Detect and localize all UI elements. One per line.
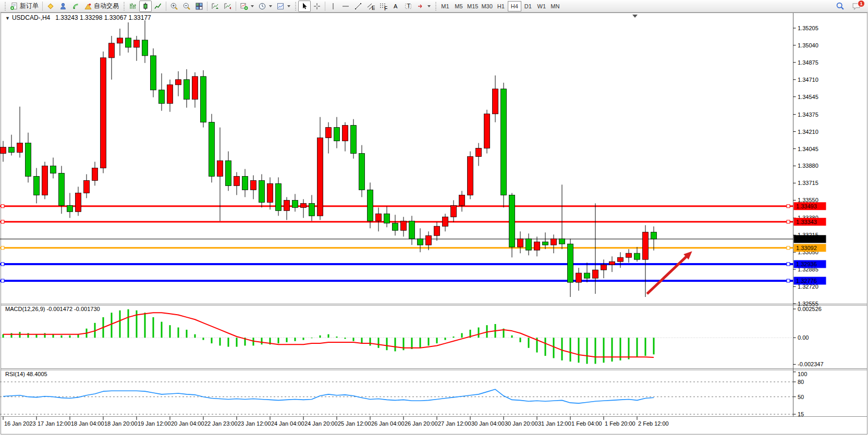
channel-button[interactable]: E (364, 1, 377, 12)
crosshair-button[interactable] (311, 1, 323, 12)
new-order-icon (10, 2, 18, 10)
svg-text:A: A (394, 3, 398, 9)
svg-text:1.33493: 1.33493 (796, 203, 817, 209)
candlestick-icon (141, 2, 150, 10)
line-chart-button[interactable] (152, 1, 164, 12)
bar-chart-button[interactable] (127, 1, 139, 12)
timeframe-button-h1[interactable]: H1 (494, 1, 508, 11)
chevron-down-icon (251, 5, 254, 7)
auto-trading-icon (84, 2, 92, 10)
timeframe-button-h4[interactable]: H4 (508, 1, 521, 11)
macd-label: MACD(12,26,9) -0.001472 -0.001730 (5, 306, 100, 312)
candle (484, 110, 490, 154)
chevron-down-icon (269, 5, 272, 7)
svg-text:15: 15 (798, 411, 804, 417)
text-label-button[interactable]: T (402, 1, 414, 12)
trendline-button[interactable] (352, 1, 364, 12)
candle (151, 48, 156, 97)
timeframe-button-m15[interactable]: M15 (466, 1, 480, 11)
svg-text:1.33177: 1.33177 (796, 236, 817, 242)
add-indicator-button[interactable] (238, 1, 256, 12)
svg-text:T: T (407, 3, 411, 9)
timeframe-button-d1[interactable]: D1 (521, 1, 535, 11)
svg-text:27 Jan 12:00: 27 Jan 12:00 (438, 420, 471, 427)
horizontal-line-button[interactable] (339, 1, 352, 12)
svg-text:20 Jan 04:00: 20 Jan 04:00 (171, 420, 204, 427)
chart-menu-icon[interactable]: ▼ (5, 14, 9, 21)
separator (236, 2, 236, 11)
tile-windows-icon (195, 2, 203, 10)
svg-text:1.33343: 1.33343 (796, 219, 817, 225)
toolbar-right: 1 (834, 1, 866, 12)
notifications-button[interactable]: 1 (850, 1, 863, 12)
rsi-label: RSI(14) 48.4005 (5, 371, 47, 377)
trendline-icon (354, 2, 362, 10)
timeframe-button-mn[interactable]: MN (548, 1, 562, 11)
market-watch-button[interactable] (44, 1, 57, 12)
svg-text:1.32776: 1.32776 (796, 278, 817, 284)
arrows-button[interactable] (414, 1, 433, 12)
svg-text:26 Jan 20:00: 26 Jan 20:00 (405, 420, 438, 427)
svg-text:24 Jan 20:00: 24 Jan 20:00 (304, 420, 338, 427)
tile-windows-button[interactable] (193, 1, 205, 12)
symbol-period-label: USDCAD-,H4 (12, 14, 50, 21)
chevron-down-icon (427, 5, 431, 7)
svg-text:0.002526: 0.002526 (798, 306, 822, 312)
periods-button[interactable] (256, 1, 274, 12)
svg-text:1.32936: 1.32936 (796, 261, 817, 267)
chart-title: ▼ USDCAD-,H4 1.33243 1.33298 1.33067 1.3… (5, 14, 151, 21)
zoom-out-icon (182, 2, 191, 10)
auto-scroll-button[interactable] (209, 1, 222, 12)
vertical-line-button[interactable] (327, 1, 339, 12)
svg-text:2 Feb 12:00: 2 Feb 12:00 (638, 420, 669, 427)
svg-text:1.34375: 1.34375 (798, 111, 818, 118)
depth-of-market-button[interactable] (57, 1, 69, 12)
arrow-shapes-icon (417, 2, 425, 10)
timeframe-group: M1M5M15M30H1H4D1W1MN (438, 1, 562, 11)
fibonacci-button[interactable]: F (377, 1, 389, 12)
price-chart[interactable]: 1.352051.350401.348751.347101.345451.343… (0, 0, 868, 435)
auto-trading-label: 自动交易 (94, 2, 119, 10)
timeframe-button-m1[interactable]: M1 (438, 1, 452, 11)
person-icon (59, 2, 67, 10)
svg-text:23 Jan 12:00: 23 Jan 12:00 (238, 420, 271, 427)
fibonacci-icon: F (379, 2, 387, 10)
candle (468, 152, 473, 200)
svg-text:1.35040: 1.35040 (798, 42, 818, 48)
channel-icon: E (366, 2, 375, 10)
zoom-out-button[interactable] (180, 1, 193, 12)
svg-text:F: F (384, 5, 387, 10)
svg-text:1 Feb 04:00: 1 Feb 04:00 (571, 420, 602, 427)
auto-trading-button[interactable]: 自动交易 (82, 1, 121, 12)
svg-text:16 Jan 2023: 16 Jan 2023 (4, 420, 36, 427)
search-button[interactable] (834, 1, 847, 12)
candle (209, 114, 215, 183)
zoom-in-button[interactable] (168, 1, 180, 12)
search-icon (836, 2, 845, 10)
timeframe-button-w1[interactable]: W1 (535, 1, 548, 11)
svg-text:1.34875: 1.34875 (798, 59, 818, 66)
candlestick-chart-button[interactable] (139, 1, 152, 12)
signal-icon (71, 2, 80, 10)
toolbar-grip (123, 2, 125, 10)
signals-button[interactable] (69, 1, 82, 12)
templates-button[interactable] (274, 1, 292, 12)
cursor-button[interactable] (298, 1, 311, 12)
svg-text:-0.002347: -0.002347 (798, 361, 824, 367)
svg-text:1 Feb 20:00: 1 Feb 20:00 (605, 420, 635, 427)
trading-terminal: 新订单 自动交易 E F A T (0, 0, 868, 435)
main-toolbar: 新订单 自动交易 E F A T (0, 0, 868, 13)
svg-text:1.35205: 1.35205 (798, 25, 818, 31)
svg-text:31 Jan 12:00: 31 Jan 12:00 (538, 420, 571, 427)
chart-shift-button[interactable] (222, 1, 234, 12)
text-button[interactable]: A (389, 1, 402, 12)
timeframe-button-m30[interactable]: M30 (480, 1, 494, 11)
svg-text:25 Jan 12:00: 25 Jan 12:00 (338, 420, 371, 427)
svg-text:0.00: 0.00 (798, 334, 809, 341)
svg-text:18 Jan 20:00: 18 Jan 20:00 (104, 420, 138, 427)
svg-text:18 Jan 04:00: 18 Jan 04:00 (71, 420, 104, 427)
new-order-button[interactable]: 新订单 (8, 1, 41, 12)
separator (166, 2, 166, 11)
timeframe-button-m5[interactable]: M5 (452, 1, 466, 11)
svg-text:24 Jan 04:00: 24 Jan 04:00 (271, 420, 304, 427)
